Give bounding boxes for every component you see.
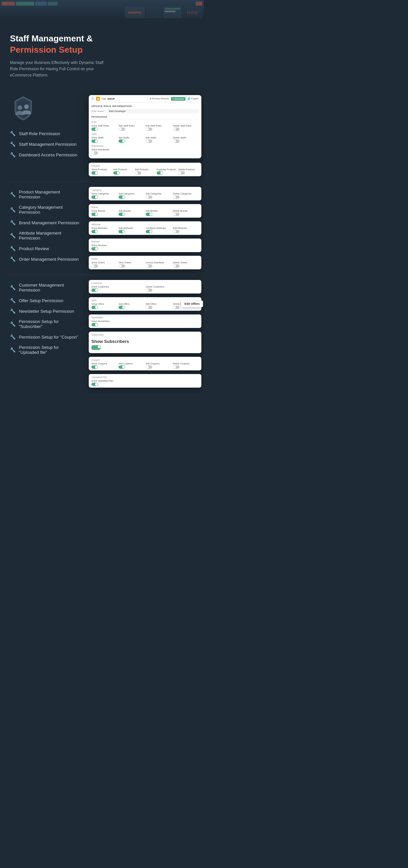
perm-configure-attributes: Configure Attributes bbox=[146, 227, 171, 233]
toggle-edit-categories[interactable] bbox=[146, 195, 152, 199]
toggle-add-brands[interactable] bbox=[119, 213, 125, 216]
section-middle: 🔧 Product Management Permission 🔧 Catego… bbox=[0, 182, 204, 275]
perm-show-offers-label: Show Offers bbox=[91, 303, 117, 305]
perm-add-products-label: Add Products bbox=[113, 168, 134, 170]
add-new-button[interactable]: + Add New bbox=[171, 97, 185, 101]
admin-logo: 🛍 THE SHOP bbox=[96, 97, 115, 101]
toggle-show-uploaded-files[interactable] bbox=[91, 383, 98, 386]
toggle-add-coupons[interactable] bbox=[119, 365, 125, 369]
toggle-edit-attributes[interactable] bbox=[173, 230, 180, 233]
admin-topbar: ☰ 🛍 THE SHOP ⊕ Browse Website + Add New … bbox=[89, 95, 201, 103]
panel-category-inner: Category Show Categories Add Categories … bbox=[89, 187, 201, 200]
panel-coupon-inner: Coupon Show Coupons Add Coupons Edit Cou… bbox=[89, 357, 201, 370]
toggle-send-newsletters[interactable] bbox=[91, 323, 98, 326]
toggle-show-subscribers[interactable] bbox=[91, 345, 101, 350]
perm-delete-staff-roles: Delete Staff Roles bbox=[173, 125, 199, 131]
perm-edit-products: Edit Products bbox=[135, 168, 155, 175]
perm-add-brands-label: Add Brands bbox=[119, 210, 145, 212]
toggle-edit-products[interactable] bbox=[135, 171, 142, 175]
perm-brand-label: Brand bbox=[91, 206, 199, 209]
perm-show-customers: Show Customers bbox=[91, 286, 145, 292]
toggle-edit-offers[interactable] bbox=[146, 306, 152, 309]
perm-delete-products: Delete Products bbox=[178, 168, 199, 175]
perm-edit-staffs-label: Edit Staffs bbox=[146, 136, 171, 139]
left-panel-bottom: 🔧 Customer Management Permission 🔧 Offer… bbox=[0, 275, 86, 393]
toggle-delete-brands[interactable] bbox=[173, 213, 180, 216]
feature-item-c2: 🔧 Newsletter Setup Permission bbox=[10, 306, 80, 316]
feature-item-1: 🔧 Staff Management Permission bbox=[10, 139, 80, 149]
toggle-show-offers[interactable] bbox=[91, 306, 98, 309]
perm-delete-staff-roles-label: Delete Staff Roles bbox=[173, 125, 199, 127]
toggle-delete-products[interactable] bbox=[178, 171, 185, 175]
perm-section-dashboard: Dashboard Show Dashboard bbox=[91, 145, 199, 155]
perm-review-label: Review bbox=[91, 240, 199, 243]
toggle-delete-staff-roles[interactable] bbox=[173, 128, 180, 131]
toggle-edit-brands[interactable] bbox=[146, 213, 152, 216]
wrench-icon-c1: 🔧 bbox=[10, 298, 15, 303]
toggle-show-attributes[interactable] bbox=[91, 230, 98, 233]
section-top: 🔧 Staff Role Permission 🔧 Staff Manageme… bbox=[0, 89, 204, 182]
toggle-delete-staffs[interactable] bbox=[173, 140, 180, 143]
panel-coupon: Coupon Show Coupons Add Coupons Edit Cou… bbox=[89, 357, 201, 370]
toggle-show-coupons[interactable] bbox=[91, 365, 98, 369]
offer-panel-container: Offer Show Offers Add Offers E bbox=[89, 297, 201, 313]
perm-delete-customers-label: Delete Customers bbox=[146, 286, 199, 288]
toggle-show-products[interactable] bbox=[91, 171, 98, 175]
toggle-edit-coupons[interactable] bbox=[146, 365, 152, 369]
admin-body: Update Role Information Role Name* Web D… bbox=[89, 103, 201, 158]
toggle-delete-customers[interactable] bbox=[146, 288, 152, 292]
toggle-delete-offers[interactable] bbox=[173, 306, 180, 309]
perm-order-row: Show Orders View Orders Invoice Download bbox=[91, 261, 199, 268]
toggle-show-dashboard[interactable] bbox=[91, 151, 98, 155]
perm-duplicate-products: Duplicate Products bbox=[157, 168, 177, 175]
toggle-invoice-download[interactable] bbox=[146, 265, 152, 268]
toggle-show-staffs[interactable] bbox=[91, 140, 98, 143]
toggle-add-staffs[interactable] bbox=[119, 140, 125, 143]
toggle-delete-orders[interactable] bbox=[173, 265, 180, 268]
perm-show-staffs: Show Staffs bbox=[91, 136, 117, 143]
toggle-add-products[interactable] bbox=[113, 171, 120, 175]
toggle-show-categories[interactable] bbox=[91, 195, 98, 199]
perm-configure-attributes-label: Configure Attributes bbox=[146, 227, 171, 229]
feature-item-0: 🔧 Staff Role Permission bbox=[10, 128, 80, 139]
toggle-edit-staff-roles[interactable] bbox=[146, 128, 152, 131]
toggle-add-categories[interactable] bbox=[119, 195, 125, 199]
toggle-edit-staffs[interactable] bbox=[146, 140, 152, 143]
toggle-show-orders[interactable] bbox=[91, 265, 98, 268]
wrench-icon-c0: 🔧 bbox=[10, 285, 15, 290]
perm-customer-label: Customer bbox=[91, 282, 199, 285]
perm-add-staffs-label: Add Staffs bbox=[119, 136, 145, 139]
toggle-configure-attributes[interactable] bbox=[146, 230, 152, 233]
toggle-delete-coupons[interactable] bbox=[173, 365, 180, 369]
edit-offers-tooltip: Edit Offers bbox=[181, 301, 203, 307]
toggle-show-staff-roles[interactable] bbox=[91, 128, 98, 131]
feature-item-c1: 🔧 Offer Setup Permission bbox=[10, 295, 80, 306]
toggle-add-offers[interactable] bbox=[119, 306, 125, 309]
language-selector[interactable]: 🌐 English bbox=[187, 97, 199, 100]
toggle-add-attributes[interactable] bbox=[119, 230, 125, 233]
toggle-show-brands[interactable] bbox=[91, 213, 98, 216]
perm-add-staffs: Add Staffs bbox=[119, 136, 145, 143]
perm-delete-staffs-label: Delete Staffs bbox=[173, 136, 199, 139]
right-screenshots-bottom: Customer Show Customers Delete Customers bbox=[86, 275, 204, 393]
toggle-view-orders[interactable] bbox=[119, 265, 125, 268]
wrench-icon-b1: 🔧 bbox=[10, 207, 15, 212]
perm-edit-attributes: Edit Attributes bbox=[173, 227, 199, 233]
panel-brand: Brand Show Brands Add Brands Edit Brands bbox=[89, 204, 201, 218]
panel-product: Product Show Products Add Products Edit … bbox=[89, 163, 201, 176]
toggle-show-customers[interactable] bbox=[91, 288, 98, 292]
wrench-icon-c2: 🔧 bbox=[10, 308, 15, 314]
toggle-add-staff-roles[interactable] bbox=[119, 128, 125, 131]
perm-coupon-row: Show Coupons Add Coupons Edit Coupons bbox=[91, 363, 199, 369]
browse-website-link[interactable]: ⊕ Browse Website bbox=[150, 97, 169, 100]
panel-attribute-inner: Attribute Show Attributes Add Attributes… bbox=[89, 221, 201, 235]
toggle-duplicate-products[interactable] bbox=[157, 171, 163, 175]
toggle-delete-categories[interactable] bbox=[173, 195, 180, 199]
perm-show-staff-roles-label: Show Staff Roles bbox=[91, 125, 117, 127]
role-name-value[interactable]: Web Developer bbox=[107, 109, 199, 113]
perm-newsletter-row: Send Newsletters bbox=[91, 320, 199, 326]
perm-invoice-download: Invoice Download bbox=[146, 261, 171, 268]
panel-uploaded-file-inner: Uploaded File Show Uploaded Files bbox=[89, 374, 201, 388]
toggle-show-reviews[interactable] bbox=[91, 247, 98, 250]
subscriber-toggle-area bbox=[89, 345, 201, 353]
